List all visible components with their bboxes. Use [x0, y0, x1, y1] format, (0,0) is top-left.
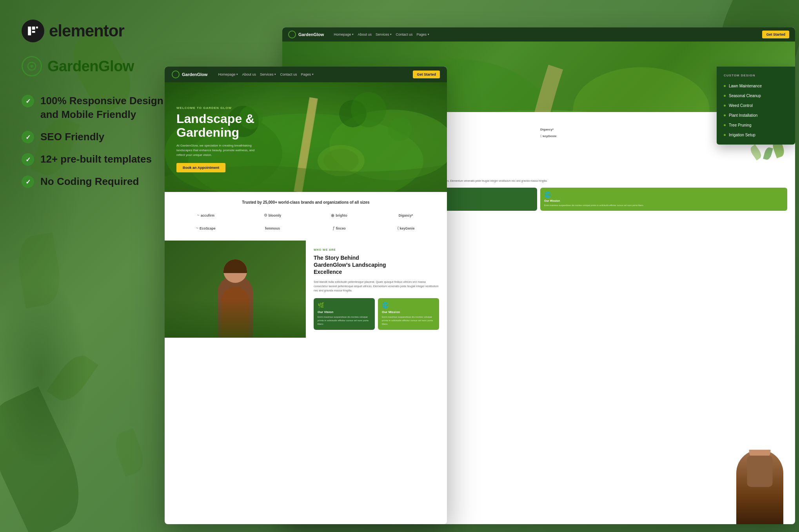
services-item-lawn[interactable]: Lawn Maintenance	[717, 81, 795, 91]
gardenglow-logo: GardenGlow	[22, 56, 165, 76]
right-panel: GardenGlow Homepage ▾ About us Services …	[165, 8, 795, 524]
front-story-card-mission-icon: 🌐	[382, 302, 435, 308]
front-nav-links: Homepage ▾ About us Services ▾ Contact u…	[218, 72, 408, 76]
feature-text-nocoding: No Coding Required	[40, 175, 139, 188]
front-story-plants-gradient	[165, 299, 306, 338]
services-item-plant-label: Plant Installation	[729, 113, 757, 118]
front-nav-homepage[interactable]: Homepage ▾	[218, 72, 238, 76]
elementor-icon	[22, 20, 44, 42]
front-logo-dot	[172, 71, 180, 78]
front-trust-title: Trusted by 25,000+ world-class brands an…	[174, 200, 437, 205]
services-dot	[724, 105, 726, 107]
back-navbar: GardenGlow Homepage ▾ About us Services …	[282, 27, 795, 42]
feature-text-templates: 12+ pre-built templates	[40, 152, 152, 166]
services-item-irrigation[interactable]: Irrigation Setup	[717, 130, 795, 140]
services-dot	[724, 114, 726, 116]
feature-item-seo: SEO Friendly	[22, 130, 165, 144]
check-icon-nocoding	[22, 176, 34, 188]
gardenglow-brand-name: GardenGlow	[47, 58, 134, 75]
front-nav-services[interactable]: Services ▾	[260, 72, 276, 76]
services-item-seasonal[interactable]: Seasonal Cleanup	[717, 91, 795, 101]
front-story-card-vision-title: Our Vision	[318, 310, 371, 314]
front-logo-label: GardenGlow	[182, 72, 207, 77]
services-item-irrigation-label: Irrigation Setup	[729, 133, 755, 137]
features-list: 100% Responsive Designand Mobile Friendl…	[22, 94, 165, 188]
back-nav-about[interactable]: About us	[358, 33, 372, 36]
services-dot	[724, 95, 726, 97]
services-item-tree-label: Tree Pruning	[729, 123, 751, 127]
front-nav-about[interactable]: About us	[242, 72, 256, 76]
front-logo: GardenGlow	[172, 71, 207, 78]
check-icon-templates	[22, 153, 34, 166]
front-story-section: WHO WE ARE The Story BehindGardenGlow's …	[165, 241, 447, 338]
back-person-silhouette	[736, 450, 783, 524]
front-hero-content: WELCOME TO GARDEN GLOW Landscape &Garden…	[176, 106, 263, 172]
feature-item-templates: 12+ pre-built templates	[22, 152, 165, 166]
front-story-card-mission-text: Enim maximus suspendisse dis montes volu…	[382, 315, 435, 326]
front-hero-title: Landscape &Gardening	[176, 112, 263, 139]
back-nav-contact[interactable]: Contact us	[396, 33, 412, 36]
front-story-label: WHO WE ARE	[314, 248, 439, 251]
back-nav-pages[interactable]: Pages ▾	[417, 33, 430, 36]
services-dot	[724, 124, 726, 126]
services-dropdown: Custom Design Lawn Maintenance Seasonal …	[717, 67, 795, 145]
front-story-card-mission-title: Our Mission	[382, 310, 435, 314]
front-hero-desc: At GardenGlow, we specialize in creating…	[176, 143, 263, 157]
left-panel: elementor GardenGlow 100% Responsive Des…	[0, 0, 184, 532]
services-dropdown-header: Custom Design	[717, 71, 795, 80]
svg-point-8	[573, 67, 710, 112]
front-story-card-mission: 🌐 Our Mission Enim maximus suspendisse d…	[378, 298, 439, 330]
front-logo-brighto: ◉ brighto	[308, 211, 370, 220]
front-story-hair	[223, 259, 247, 273]
back-logo-label: GardenGlow	[298, 32, 324, 37]
back-person-body	[747, 456, 773, 487]
front-logo-finceo: ƒ finceo	[308, 224, 370, 233]
front-navbar: GardenGlow Homepage ▾ About us Services …	[165, 67, 447, 82]
elementor-logo: elementor	[22, 20, 165, 42]
front-logo-ecosape: ~ EcoScape	[174, 224, 237, 233]
front-logo-digancy: Digancy*	[374, 211, 437, 220]
front-hero: WELCOME TO GARDEN GLOW Landscape &Garden…	[165, 82, 447, 192]
services-item-weed-label: Weed Control	[729, 103, 753, 108]
front-logo-accufirm: ~ accufirm	[174, 211, 237, 220]
front-story-text: Sed blandit nulla sollicitudin pellentes…	[314, 280, 439, 293]
front-logo-keygenie: ⟨ keyGenie	[374, 224, 437, 233]
back-story-card-mission: 🌐 Our Mission Enim maximus suspendisse d…	[540, 188, 787, 211]
front-story-title: The Story BehindGardenGlow's Landscaping…	[314, 254, 439, 276]
front-trust-section: Trusted by 25,000+ world-class brands an…	[165, 192, 447, 241]
services-item-lawn-label: Lawn Maintenance	[729, 84, 762, 88]
front-story-cards: 🌿 Our Vision Enim maximus suspendisse di…	[314, 298, 439, 330]
back-get-started-button[interactable]: Get Started	[762, 31, 789, 38]
check-icon-seo	[22, 131, 34, 143]
feature-text-seo: SEO Friendly	[40, 130, 104, 144]
front-nav-pages[interactable]: Pages ▾	[301, 72, 314, 76]
back-nav-services[interactable]: Services ▾	[376, 33, 392, 36]
front-logo-femmous: femmous	[241, 224, 304, 233]
svg-rect-1	[32, 27, 35, 30]
svg-rect-3	[36, 27, 38, 29]
front-nav-contact[interactable]: Contact us	[280, 72, 297, 76]
services-item-weed[interactable]: Weed Control	[717, 101, 795, 110]
feature-text-responsive: 100% Responsive Designand Mobile Friendl…	[40, 94, 163, 121]
svg-rect-0	[28, 27, 31, 35]
svg-point-19	[388, 118, 412, 141]
svg-point-18	[351, 92, 386, 127]
check-icon-responsive	[22, 95, 34, 107]
back-person-container	[736, 450, 783, 524]
front-trust-logos: ~ accufirm ⚙ bloomly ◉ brighto Digancy* …	[174, 211, 437, 233]
front-story-card-vision: 🌿 Our Vision Enim maximus suspendisse di…	[314, 298, 375, 330]
front-story-card-vision-icon: 🌿	[318, 302, 371, 308]
services-item-tree[interactable]: Tree Pruning	[717, 120, 795, 130]
feature-item-nocoding: No Coding Required	[22, 175, 165, 188]
front-hero-cta-button[interactable]: Book an Appointment	[176, 163, 225, 172]
services-dot	[724, 85, 726, 87]
services-dot	[724, 134, 726, 136]
front-hero-label: WELCOME TO GARDEN GLOW	[176, 106, 263, 110]
services-item-seasonal-label: Seasonal Cleanup	[729, 94, 761, 98]
back-nav-homepage[interactable]: Homepage ▾	[334, 33, 354, 36]
front-get-started-button[interactable]: Get Started	[413, 71, 440, 78]
services-item-plant[interactable]: Plant Installation	[717, 110, 795, 120]
svg-rect-2	[32, 31, 35, 33]
back-nav-links: Homepage ▾ About us Services ▾ Contact u…	[334, 33, 758, 36]
front-logo-bloomly: ⚙ bloomly	[241, 211, 304, 220]
